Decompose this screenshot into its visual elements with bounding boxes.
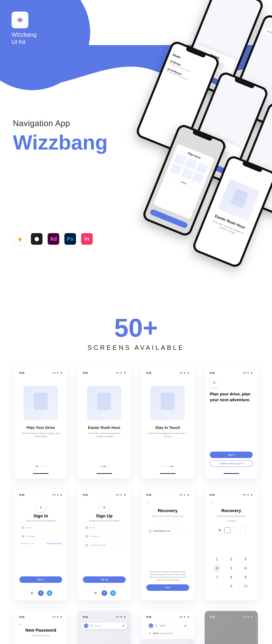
email-field[interactable]: Email: [19, 524, 62, 531]
avatar[interactable]: [84, 624, 88, 628]
key-delete[interactable]: ⌫: [238, 582, 253, 591]
search-bar[interactable]: 🔍 Search 🎤: [146, 622, 189, 629]
resend-button[interactable]: ↻ Resend: [210, 520, 253, 522]
status-time: 9:41: [146, 372, 152, 374]
google-button[interactable]: G: [29, 590, 35, 596]
facebook-button[interactable]: f: [102, 590, 107, 596]
newpw-title: New Password: [19, 628, 62, 633]
search-placeholder: Search: [160, 624, 166, 627]
key-4[interactable]: 4: [214, 565, 220, 572]
status-indicators: ••• ᯤ ▮: [243, 494, 253, 496]
signup-sub: Already have an account? Sign In: [83, 520, 126, 522]
screen-label: SCREENS AVAILABLE: [0, 344, 272, 351]
status-time: 9:41: [19, 616, 24, 618]
key-9[interactable]: 9: [238, 573, 253, 582]
password-field[interactable]: Password: [83, 533, 126, 540]
remember-checkbox[interactable]: ○ Remember me: [19, 542, 34, 544]
onboarding-illustration: [24, 386, 58, 420]
code-digit: 4: [217, 527, 223, 533]
signin-sub: Don't have an account? Sign Up: [19, 520, 62, 522]
key-0[interactable]: 0: [224, 582, 238, 591]
facebook-button[interactable]: f: [38, 590, 44, 596]
dest-card: Via Thuy Khue, Tay Ho, Hanoi: [263, 27, 272, 49]
continue-button[interactable]: Continue without sign in: [210, 460, 253, 467]
key-1[interactable]: 1: [210, 555, 224, 564]
send-button[interactable]: Send: [146, 584, 189, 591]
search-bar[interactable]: 🔍 Search 🎤: [82, 622, 127, 629]
key-dot[interactable]: .: [210, 582, 224, 591]
password-field[interactable]: Password: [19, 533, 62, 540]
screen-recovery-email: 9:41••• ᯤ ▮ ← Recovery Enter email to re…: [141, 489, 194, 600]
recovery-desc: Enter the received recovery code: [210, 515, 253, 518]
search-icon: 🔍: [155, 624, 158, 627]
onboarding-desc: Know what's happening on the roads in re…: [146, 432, 189, 438]
pin-label: 5th St: [153, 632, 158, 635]
back-button[interactable]: ←: [19, 622, 62, 626]
page-dots[interactable]: [146, 466, 189, 467]
kit-label: Wizzbang UI Kit: [12, 31, 36, 46]
twitter-button[interactable]: 𝕏: [110, 590, 116, 596]
page-dots[interactable]: [19, 466, 62, 467]
mic-icon[interactable]: 🎤: [122, 624, 125, 627]
map-view[interactable]: 9:41••• ᯤ ▮ 🔍 Search 🎤 NE Woodinville Du…: [78, 611, 131, 644]
xd-icon: Xd: [48, 233, 59, 245]
email-field[interactable]: Dimitri@email.com: [146, 528, 189, 534]
screen-signin: 9:41••• ᯤ ▮ + Sign In Don't have an acco…: [14, 489, 67, 600]
recovery-desc: Enter email to receive recovery code: [146, 515, 189, 518]
twitter-button[interactable]: 𝕏: [47, 590, 52, 596]
confirm-field[interactable]: Confirm Password: [83, 542, 126, 548]
signup-link[interactable]: Sign Up: [48, 520, 56, 522]
onboarding-illustration: [150, 386, 185, 420]
key-6[interactable]: 6: [238, 564, 253, 573]
avatar[interactable]: [149, 624, 154, 628]
key-2[interactable]: 2: [224, 555, 238, 564]
page-dots[interactable]: [83, 466, 126, 467]
key-3[interactable]: 3: [238, 555, 253, 564]
screen-map-home: 9:41••• ᯤ ▮ 🔍 Search 🎤 NE Woodinville Du…: [78, 611, 131, 644]
screen-onboarding-3: 9:41••• ᯤ ▮ Stay In Touch Know what's ha…: [141, 367, 194, 478]
signin-button[interactable]: Sign in: [19, 576, 62, 583]
or-divider: OR: [83, 586, 126, 588]
google-button[interactable]: G: [93, 590, 98, 596]
signin-button[interactable]: Sign in: [210, 452, 253, 458]
or-divider: OR: [19, 586, 62, 588]
onboarding-desc: Avoid traffic with route updates as cond…: [83, 432, 126, 438]
email-field[interactable]: Email: [83, 524, 126, 531]
onboarding-title: Plan Your Drive: [19, 426, 62, 430]
home-indicator: [33, 473, 48, 474]
key-5[interactable]: 5: [224, 564, 238, 573]
tool-icons: ◆ ⬢ Xd Ps in: [14, 233, 93, 245]
screen-onboarding-1: 9:41••• ᯤ ▮ Plan Your Drive Get alert ab…: [14, 367, 67, 478]
key-8[interactable]: 8: [224, 573, 238, 582]
back-button[interactable]: ←: [146, 500, 189, 504]
screen-onboarding-2: 9:41••• ᯤ ▮ Easier Rush Hour Avoid traff…: [78, 367, 131, 478]
onboarding-title: Easier Rush Hour: [83, 426, 126, 430]
status-indicators: ••• ᯤ ▮: [52, 372, 62, 374]
code-digit[interactable]: [224, 527, 230, 533]
key-7[interactable]: 7: [210, 573, 224, 582]
status-indicators: ••• ᯤ ▮: [180, 494, 189, 496]
hero-title: Wizzbang: [13, 130, 108, 154]
code-digit[interactable]: [240, 527, 246, 533]
signin-title: Sign In: [19, 514, 62, 518]
back-button[interactable]: ←: [210, 500, 253, 504]
map-view[interactable]: 142nd Ave NE NE Woodinville Duvall Rd NE…: [141, 639, 194, 644]
newpw-desc: Reset your password: [19, 634, 62, 637]
lock-icon: [86, 535, 88, 538]
signin-link[interactable]: Sign In: [113, 520, 120, 522]
screen-signup: 9:41••• ᯤ ▮ + Sign Up Already have an ac…: [78, 489, 131, 600]
code-digit[interactable]: [232, 527, 238, 533]
code-inputs[interactable]: 4: [210, 527, 253, 533]
signup-button[interactable]: Sign up: [83, 576, 126, 583]
phone-mockups: Hazard Take a picture Add a comment Via …: [79, 0, 272, 277]
invision-icon: in: [81, 233, 93, 245]
sketch-icon: ◆: [14, 233, 26, 245]
status-indicators: ••• ᯤ ▮: [52, 494, 62, 496]
figma-icon: ⬢: [31, 233, 42, 245]
home-indicator: [96, 473, 112, 474]
forgot-link[interactable]: Forgot Password?: [46, 542, 62, 544]
mic-icon[interactable]: 🎤: [184, 624, 187, 627]
screen-count: 50+: [0, 313, 272, 342]
hero-text: Navigation App Wizzbang: [13, 118, 108, 154]
status-time: 9:41: [83, 616, 88, 618]
